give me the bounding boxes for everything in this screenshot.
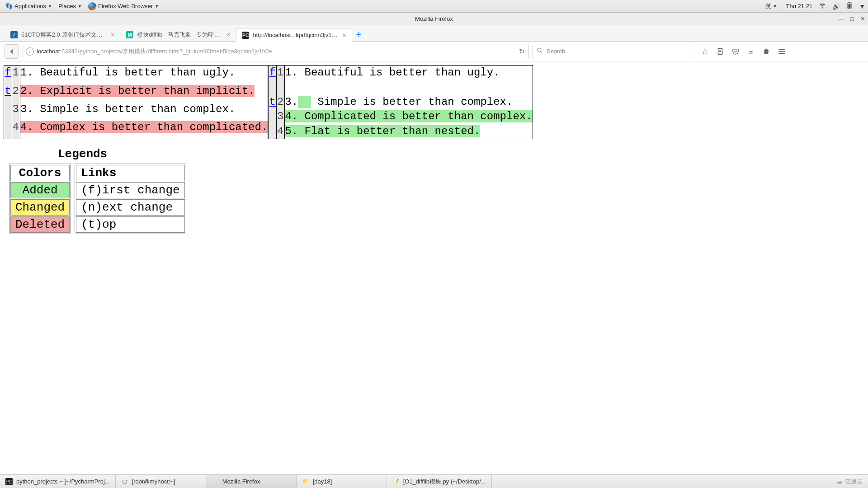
search-icon xyxy=(537,47,543,55)
diff-line-text: 3. Simple is better than complex. xyxy=(20,103,235,115)
table-row: f11. Beautiful is better than ugly. xyxy=(4,66,268,84)
line-number: 3 xyxy=(277,109,285,124)
task-label: [root@myhost:~] xyxy=(132,478,175,485)
window-title: Mozilla Firefox xyxy=(415,15,453,22)
diff-text-cell: 4. Complicated is better than complex. xyxy=(285,109,533,124)
volume-icon[interactable]: 🔊 xyxy=(832,3,840,10)
legend-link-cell: (n)ext change xyxy=(76,199,184,216)
task-label: [day18] xyxy=(313,478,332,485)
task-icon: PC xyxy=(5,478,13,485)
close-icon[interactable]: × xyxy=(342,32,346,39)
diff-link-cell: t xyxy=(4,84,12,102)
search-bar[interactable]: Search xyxy=(533,45,695,58)
taskbar-item[interactable]: PCpython_projects ~ [~/PycharmProj... xyxy=(0,475,116,488)
places-label: Places xyxy=(58,3,76,9)
reader-view-icon[interactable] xyxy=(714,47,726,56)
line-number: 4 xyxy=(277,124,285,139)
url-bar[interactable]: i localhost:63342/python_projects/常用模块/d… xyxy=(23,45,529,58)
diff-link-cell xyxy=(269,124,277,139)
tab-label: 模块difflib - 马克飞象 - 专为印象... xyxy=(137,31,223,39)
diff-left-table: f11. Beautiful is better than ugly.t22. … xyxy=(4,65,268,139)
close-button[interactable]: ✕ xyxy=(860,15,865,22)
line-number: 2 xyxy=(277,95,285,109)
line-number: 1 xyxy=(277,66,285,80)
diff-link-cell xyxy=(269,109,277,124)
table-row: 44. Complex is better than complicated. xyxy=(4,120,268,139)
table-row: t22. Explicit is better than implicit. xyxy=(4,84,268,102)
applications-menu[interactable]: 👣 Applications ▼ xyxy=(3,3,55,9)
battery-icon[interactable] xyxy=(846,2,853,10)
task-label: python_projects ~ [~/PycharmProj... xyxy=(16,478,110,485)
places-menu[interactable]: Places ▼ xyxy=(56,3,85,9)
close-icon[interactable]: × xyxy=(226,31,230,38)
task-icon: 🖵 xyxy=(121,478,128,485)
diff-line-text: 2. Explicit is better than implicit. xyxy=(20,85,255,97)
diff-text-cell: 3. Simple is better than complex. xyxy=(20,102,268,120)
favicon-icon: / xyxy=(10,31,18,38)
tab-localhost[interactable]: PC http://localhost...lqa8qcinn3jv1h0e × xyxy=(236,28,352,42)
watermark-text: 亿速云 xyxy=(845,478,863,486)
home-icon[interactable] xyxy=(760,47,772,56)
taskbar-item[interactable]: 📝[O1_difflib模块.py (~/Desktop/... xyxy=(387,475,492,488)
taskbar-item[interactable]: 📁[day18] xyxy=(297,475,387,488)
diff-text-cell: 3. Simple is better than complex. xyxy=(285,95,533,109)
tab-51cto[interactable]: / 51CTO博客2.0-原创IT技术文章... × xyxy=(5,28,120,41)
diff-nav-link[interactable]: t xyxy=(269,96,276,108)
legend-title: Legends xyxy=(58,147,864,161)
svg-rect-2 xyxy=(849,4,851,8)
firefox-icon xyxy=(88,2,96,10)
svg-rect-11 xyxy=(778,53,785,54)
table-row: t23. Simple is better than complex. xyxy=(269,95,533,109)
line-number xyxy=(277,80,285,94)
foot-icon: 👣 xyxy=(5,3,13,9)
tab-maxiang[interactable]: M 模块difflib - 马克飞象 - 专为印象... × xyxy=(120,28,236,41)
taskbar-item[interactable]: 🖵[root@myhost:~] xyxy=(116,475,206,488)
legend-colors-table: Colors AddedChangedDeleted xyxy=(9,164,71,234)
diff-nav-link[interactable]: t xyxy=(5,85,11,97)
tab-label: 51CTO博客2.0-原创IT技术文章... xyxy=(21,31,107,39)
legend-color-cell: Changed xyxy=(10,199,70,216)
legend-color-cell: Deleted xyxy=(10,216,70,233)
diff-link-cell xyxy=(269,80,277,94)
new-tab-button[interactable]: + xyxy=(352,28,366,41)
firefox-tabstrip: / 51CTO博客2.0-原创IT技术文章... × M 模块difflib -… xyxy=(0,25,868,42)
active-app-menu[interactable]: Firefox Web Browser ▼ xyxy=(85,2,161,10)
hamburger-menu-icon[interactable] xyxy=(776,47,788,56)
task-icon: 📝 xyxy=(392,478,400,485)
diff-text-cell: 1. Beautiful is better than ugly. xyxy=(20,66,268,84)
svg-rect-9 xyxy=(778,49,785,50)
reload-icon[interactable]: ↻ xyxy=(519,47,525,56)
svg-rect-1 xyxy=(849,2,850,3)
pocket-icon[interactable] xyxy=(730,47,741,56)
diff-nav-link[interactable]: f xyxy=(5,66,11,79)
svg-point-3 xyxy=(538,48,541,52)
downloads-icon[interactable] xyxy=(745,47,757,56)
clock-label[interactable]: Thu 21:21 xyxy=(786,3,813,9)
url-text: localhost:63342/python_projects/常用模块/dif… xyxy=(37,47,272,56)
diff-line-text: 4. Complex is better than complicated. xyxy=(20,121,268,133)
chevron-down-icon: ▼ xyxy=(773,4,777,9)
diff-line-text: 1. Beautiful is better than ugly. xyxy=(20,66,235,79)
wifi-icon[interactable] xyxy=(819,2,826,10)
firefox-titlebar: Mozilla Firefox — □ ✕ xyxy=(0,13,868,25)
legend-link-cell: (t)op xyxy=(76,216,184,233)
legend-color-cell: Added xyxy=(10,182,70,198)
back-button[interactable] xyxy=(5,44,19,59)
search-placeholder: Search xyxy=(547,48,565,55)
gnome-left: 👣 Applications ▼ Places ▼ Firefox Web Br… xyxy=(3,2,161,10)
line-number: 4 xyxy=(12,120,20,139)
diff-nav-link[interactable]: f xyxy=(269,66,276,79)
system-menu-icon[interactable]: ▼ xyxy=(859,3,865,10)
chevron-down-icon: ▼ xyxy=(48,4,52,9)
ime-indicator[interactable]: 英 ▼ xyxy=(763,2,780,10)
minimize-button[interactable]: — xyxy=(838,15,844,22)
firefox-window: Mozilla Firefox — □ ✕ / 51CTO博客2.0-原创IT技… xyxy=(0,13,868,238)
maximize-button[interactable]: □ xyxy=(850,15,854,22)
bookmark-star-icon[interactable]: ☆ xyxy=(699,47,711,56)
table-row: 34. Complicated is better than complex. xyxy=(269,109,533,124)
taskbar-item[interactable]: Mozilla Firefox xyxy=(206,475,297,488)
table-row: 33. Simple is better than complex. xyxy=(4,102,268,120)
close-icon[interactable]: × xyxy=(111,31,114,38)
site-info-icon[interactable]: i xyxy=(26,47,34,56)
diff-text-cell: 2. Explicit is better than implicit. xyxy=(20,84,268,102)
